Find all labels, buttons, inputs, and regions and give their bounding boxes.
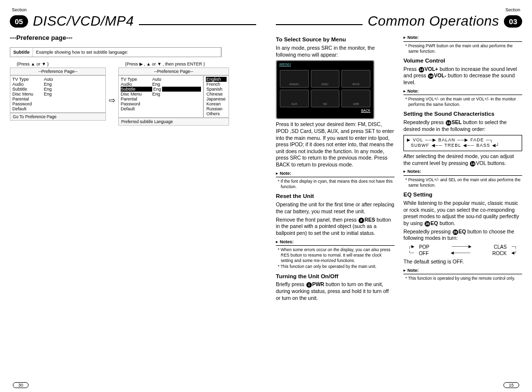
section-badge: 03 [504, 15, 522, 28]
panel1-body: TV TypeAuto AudioEng SubtitleEng Disc Me… [10, 75, 106, 113]
section-label: Section [12, 7, 254, 12]
tile-radio[interactable]: RADIO [280, 70, 309, 88]
note-label: Note: [407, 89, 419, 94]
p-select-desc: Press it to select your desired item: FM… [276, 121, 395, 168]
eq-badge-2: 26 [453, 229, 458, 235]
header-rule [139, 24, 256, 25]
p-default: The default setting is OFF. [403, 259, 522, 265]
panel1-head: --Preference Page-- [10, 67, 106, 75]
note-label: Note: [280, 171, 291, 176]
preference-panels: (Press ▲ or ▼ ) --Preference Page-- TV T… [10, 60, 256, 126]
panel2-body: TV TypeAuto AudioEng SubtitleEng Disc Me… [118, 75, 203, 118]
volplus-badge: 14 [419, 67, 424, 72]
left-page: Section 05 DISC/VCD/MP4 ---Preference pa… [0, 0, 266, 392]
header-rule [276, 24, 363, 25]
h-volume: Volume Control [403, 57, 522, 65]
subtitle-desc: Example showing how to set subtitle lang… [33, 48, 221, 57]
note-icon [403, 88, 407, 94]
note-text: * If the font display in cyan, that mean… [281, 179, 395, 190]
eq-label: EQ [431, 220, 438, 226]
note-text: * Pressing VOL+/- and SEL on the main un… [408, 177, 522, 188]
eq-flow: ┌▶POP ──────▶ CLAS─┐ └─OFF ◀────── ROCK◀… [403, 244, 522, 257]
p-sel: Repeatedly press 14SEL button to select … [403, 119, 522, 132]
note-text: * Pressing PWR button on the main unit a… [408, 43, 522, 54]
header-row: 03 Common Operations [276, 13, 522, 29]
content-columns: To Select Source by Menu In any mode, pr… [276, 34, 522, 303]
panel1-foot: Go To Preference Page [10, 113, 106, 121]
volminus-label: VOL- [434, 72, 446, 78]
pref-page-heading: ---Preference page--- [10, 34, 256, 41]
press-hint-1: (Press ▲ or ▼ ) [17, 62, 106, 66]
vol-label: VOL [476, 160, 486, 166]
note-label: Note: [407, 268, 419, 273]
tile-usb[interactable]: USB [341, 90, 370, 107]
sound-flow: ▶VOL ──▶BALAN ──▶FADE─┐ SUBWF ◀──TREBL ◀… [403, 135, 522, 151]
h-eq: EQ Setting [403, 191, 522, 198]
p-volume: Press 14VOL+ button to increase the soun… [403, 66, 522, 86]
subtitle-label: Subtitle [10, 48, 33, 57]
note-icon [403, 168, 407, 174]
vol-badge: 14 [470, 161, 475, 166]
res-badge: 8 [359, 218, 364, 223]
h-turn-onoff: Turning the Unit On/Off [276, 273, 395, 280]
sel-label: SEL [452, 119, 462, 125]
press-hint-2: (Press ▶ , ▲ or ▼ , then press ENTER ) [125, 62, 229, 66]
note-icon [276, 170, 280, 176]
column-2: Note: * Pressing PWR button on the main … [403, 34, 522, 303]
volminus-badge: 14 [428, 73, 433, 79]
p-pwr: Briefly press 1PWR button to turn on the… [276, 281, 395, 301]
eq-badge: 26 [425, 221, 430, 227]
p-eq2: Repeatedly pressing 26EQ button to choos… [403, 229, 522, 242]
eq-label-2: EQ [459, 229, 466, 234]
page-number: 15 [503, 382, 519, 388]
section-badge: 05 [10, 15, 28, 28]
page-title: DISC/VCD/MP4 [33, 13, 134, 29]
tile-disc[interactable]: DISC [311, 70, 340, 88]
volplus-label: VOL+ [425, 66, 438, 72]
note-text: * Pressing VOL+/- on the main unit or VO… [408, 97, 522, 107]
monitor-menu: MENU RADIO DISC iPOD AUX SD USB BACK [276, 60, 374, 119]
tile-aux[interactable]: AUX [280, 90, 309, 107]
pwr-badge: 1 [306, 282, 312, 288]
column-1: To Select Source by Menu In any mode, pr… [276, 34, 395, 303]
header-row: 05 DISC/VCD/MP4 [10, 13, 256, 29]
pref-panel-2: (Press ▶ , ▲ or ▼ , then press ENTER ) -… [118, 60, 229, 126]
p-reset-1: Operating the unit for the first time or… [276, 201, 395, 215]
pref-panel-1: (Press ▲ or ▼ ) --Preference Page-- TV T… [10, 60, 106, 121]
panel2-head: --Preference Page-- [118, 67, 229, 75]
h-sound-char: Setting the Sound Characteristics [403, 110, 522, 118]
page-title: Common Operations [367, 13, 499, 29]
arrow-right-icon: ⇨ [109, 96, 115, 105]
tile-sd[interactable]: SD [311, 90, 340, 107]
note-icon [276, 238, 280, 244]
note-text: * This function can only be operated by … [281, 264, 395, 269]
tile-ipod[interactable]: iPOD [341, 70, 370, 88]
note-text: * When some errors occur on the display,… [281, 247, 395, 263]
subtitle-bar: Subtitle Example showing how to set subt… [10, 47, 222, 57]
h-reset: Reset the Unit [276, 193, 395, 200]
res-label: RES [365, 217, 375, 223]
p-reset-2: Remove the front panel, then press 8RES … [276, 217, 395, 237]
section-label: Section [278, 7, 520, 12]
notes-label: Notes: [407, 169, 421, 174]
back-button[interactable]: BACK [277, 108, 373, 114]
menu-label: MENU [277, 61, 373, 68]
note-icon [403, 34, 407, 40]
note-text: * This function is operated by using the… [408, 276, 522, 281]
language-list: English French Spanish Chinese Japanese … [203, 75, 229, 118]
pwr-label: PWR [312, 281, 325, 287]
note-label: Note: [407, 35, 419, 40]
note-icon [403, 267, 407, 273]
p-any-mode: In any mode, press SRC in the monitor, t… [276, 45, 395, 58]
h-select-source: To Select Source by Menu [276, 36, 395, 43]
sel-badge: 14 [446, 120, 451, 126]
panel2-foot: Preferred subtitle Language [118, 118, 229, 126]
p-eq: While listening to the popular music, cl… [403, 200, 522, 227]
right-page: Section 03 Common Operations To Select S… [266, 0, 532, 392]
page-number: 30 [13, 382, 29, 388]
p-adjust: After selecting the desired mode, you ca… [403, 153, 522, 166]
notes-label: Notes: [280, 239, 294, 244]
